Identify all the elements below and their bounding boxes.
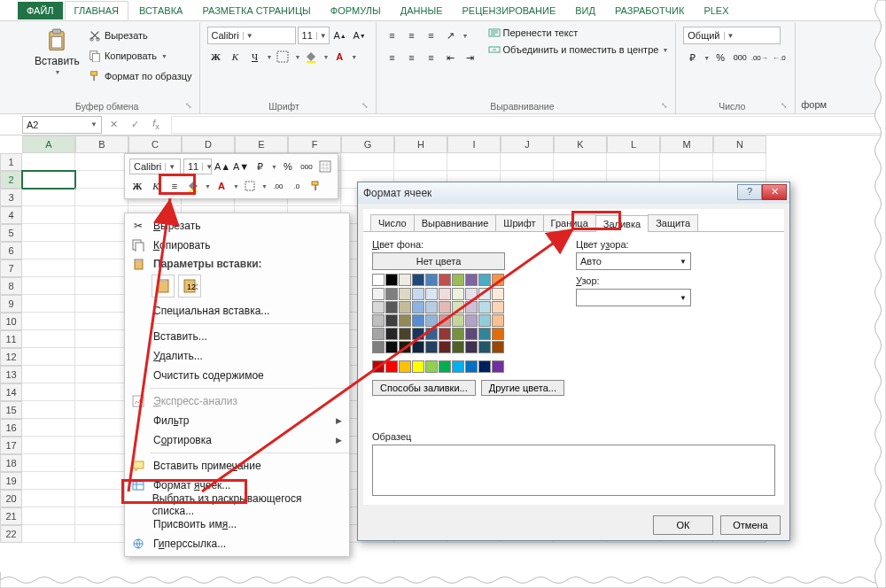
color-swatch[interactable] <box>465 341 478 353</box>
row-header-22[interactable]: 22 <box>0 525 22 543</box>
color-swatch[interactable] <box>412 301 424 313</box>
cell-A18[interactable] <box>22 454 75 472</box>
align-launcher-icon[interactable]: ⤡ <box>661 101 668 110</box>
cell-B14[interactable] <box>75 383 128 401</box>
row-header-1[interactable]: 1 <box>0 153 22 171</box>
number-format-combo[interactable]: Общий▼ <box>683 27 781 44</box>
more-colors-button[interactable]: Другие цвета... <box>481 380 564 396</box>
cell-A1[interactable] <box>22 153 75 171</box>
paste-dropdown-icon[interactable]: ▼ <box>53 69 60 75</box>
color-swatch[interactable] <box>412 288 424 300</box>
cell-A4[interactable] <box>22 206 75 224</box>
align-middle-icon[interactable]: ≡ <box>403 27 421 44</box>
font-size-combo[interactable]: 11▼ <box>298 27 330 44</box>
mini-comma-icon[interactable]: 000 <box>299 159 315 174</box>
color-swatch[interactable] <box>478 328 491 340</box>
tab-insert[interactable]: ВСТАВКА <box>130 2 191 19</box>
cell-A13[interactable] <box>22 366 75 383</box>
mini-dec-dec-icon[interactable]: .0 <box>289 178 305 194</box>
cell-B10[interactable] <box>75 313 128 330</box>
cell-I1[interactable] <box>447 153 501 171</box>
cell-N1[interactable] <box>713 153 766 171</box>
color-swatch[interactable] <box>478 314 491 327</box>
color-swatch[interactable] <box>399 314 411 327</box>
mini-fill-button[interactable] <box>185 178 201 194</box>
col-header-I[interactable]: I <box>447 135 501 153</box>
color-swatch[interactable] <box>399 328 411 340</box>
cell-A12[interactable] <box>22 348 75 366</box>
cell-B6[interactable] <box>75 242 128 259</box>
cell-A16[interactable] <box>22 419 75 437</box>
cell-A15[interactable] <box>22 401 75 419</box>
paste-button[interactable]: Вставить ▼ <box>29 27 85 77</box>
indent-inc-icon[interactable]: ⇥ <box>462 49 479 66</box>
font-name-combo[interactable]: Calibri▼ <box>207 27 296 44</box>
cell-B20[interactable] <box>75 490 128 507</box>
cell-B5[interactable] <box>75 224 128 242</box>
cell-J1[interactable] <box>501 153 554 171</box>
align-center-icon[interactable]: ≡ <box>403 49 421 66</box>
color-swatch[interactable] <box>385 274 398 286</box>
color-swatch[interactable] <box>412 341 424 353</box>
mini-bold-button[interactable]: Ж <box>129 178 145 194</box>
ctx-sort[interactable]: Сортировка▶ <box>125 430 349 450</box>
mini-size-combo[interactable]: 11▼ <box>183 159 212 174</box>
cell-B12[interactable] <box>75 348 128 366</box>
color-swatch[interactable] <box>439 341 451 353</box>
cell-B1[interactable] <box>75 153 128 171</box>
mini-italic-button[interactable]: К <box>148 178 164 194</box>
color-swatch[interactable] <box>452 328 464 340</box>
color-swatch[interactable] <box>452 314 464 327</box>
italic-button[interactable]: К <box>227 48 245 66</box>
number-launcher-icon[interactable]: ⤡ <box>781 101 788 110</box>
color-swatch[interactable] <box>492 328 504 340</box>
color-swatch[interactable] <box>425 360 438 373</box>
color-swatch[interactable] <box>385 301 398 313</box>
pattern-select[interactable]: ▼ <box>576 289 691 306</box>
row-header-5[interactable]: 5 <box>0 224 22 242</box>
color-swatch[interactable] <box>465 288 478 300</box>
tab-pagelayout[interactable]: РАЗМЕТКА СТРАНИЦЫ <box>193 2 319 19</box>
row-header-7[interactable]: 7 <box>0 259 22 277</box>
align-left-icon[interactable]: ≡ <box>384 49 401 66</box>
mini-cond-format-icon[interactable] <box>317 159 333 174</box>
color-swatch[interactable] <box>478 341 491 353</box>
color-swatch[interactable] <box>492 301 504 313</box>
color-swatch[interactable] <box>385 341 398 353</box>
col-header-H[interactable]: H <box>394 135 447 153</box>
ctx-insert[interactable]: Вставить... <box>125 327 349 346</box>
mini-font-color-button[interactable]: A <box>214 178 229 194</box>
ctx-insert-comment[interactable]: Вставить примечание <box>125 456 349 476</box>
color-swatch[interactable] <box>439 360 451 373</box>
color-swatch[interactable] <box>385 314 398 327</box>
color-swatch[interactable] <box>492 274 504 286</box>
cell-A6[interactable] <box>22 242 75 259</box>
mini-font-combo[interactable]: Calibri▼ <box>129 159 181 174</box>
row-header-9[interactable]: 9 <box>0 295 22 313</box>
cell-B3[interactable] <box>75 189 128 206</box>
row-header-16[interactable]: 16 <box>0 419 22 437</box>
ctx-quick-analysis[interactable]: Экспресс-анализ <box>125 391 349 411</box>
name-box[interactable]: A2▼ <box>22 116 102 134</box>
color-swatch[interactable] <box>439 328 451 340</box>
fx-icon[interactable]: fx <box>146 118 166 131</box>
ctx-delete[interactable]: Удалить... <box>125 346 349 366</box>
tab-formulas[interactable]: ФОРМУЛЫ <box>322 2 390 19</box>
align-right-icon[interactable]: ≡ <box>423 49 440 66</box>
cell-K1[interactable] <box>554 153 607 171</box>
mini-grow-font-icon[interactable]: A▲ <box>214 159 230 174</box>
row-header-19[interactable]: 19 <box>0 472 22 490</box>
color-swatch[interactable] <box>452 341 464 353</box>
row-header-10[interactable]: 10 <box>0 313 22 330</box>
cell-A14[interactable] <box>22 383 75 401</box>
percent-icon[interactable]: % <box>711 49 729 66</box>
bold-button[interactable]: Ж <box>207 48 225 66</box>
cancel-button[interactable]: Отмена <box>720 515 781 535</box>
col-header-F[interactable]: F <box>288 135 341 153</box>
cell-B16[interactable] <box>75 419 128 437</box>
cell-H1[interactable] <box>394 153 447 171</box>
tab-plex[interactable]: PLEX <box>695 2 737 19</box>
color-swatch[interactable] <box>385 360 398 373</box>
color-swatch[interactable] <box>452 274 464 286</box>
color-swatch[interactable] <box>492 314 504 327</box>
